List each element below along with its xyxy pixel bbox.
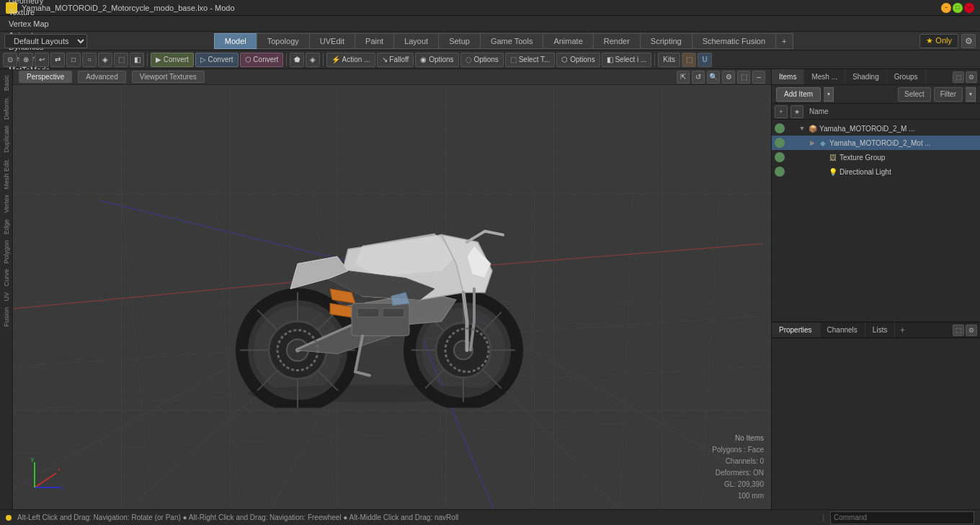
panel-tab-mesh[interactable]: Mesh ... bbox=[804, 69, 845, 84]
convert-btn-1[interactable]: ▶ ▶ ConvertConvert bbox=[151, 53, 194, 67]
star-icon-btn[interactable]: ★ bbox=[790, 105, 803, 118]
layout-tab-scripting[interactable]: Scripting bbox=[640, 33, 692, 49]
options-btn-3[interactable]: ⬡ Options bbox=[556, 53, 600, 67]
select-i-btn[interactable]: ◧ Select i ... bbox=[602, 53, 652, 67]
action-btn[interactable]: ⚡ Action ... bbox=[326, 53, 375, 67]
layout-dropdown[interactable]: Default Layouts bbox=[4, 34, 87, 48]
viewport-settings-icon[interactable]: ⚙ bbox=[722, 71, 735, 84]
viewport-refresh-icon[interactable]: ↺ bbox=[692, 71, 705, 84]
transform-icon[interactable]: ⇄ bbox=[50, 53, 65, 67]
panel-tab-shading[interactable]: Shading bbox=[845, 69, 887, 84]
visibility-btn-1[interactable] bbox=[775, 138, 785, 148]
sidebar-item-polygon[interactable]: Polygon bbox=[1, 237, 12, 267]
convert-btn-3[interactable]: ⬡ Convert bbox=[240, 53, 284, 67]
viewport-tab-advanced[interactable]: Advanced bbox=[78, 71, 125, 83]
viewport-search-icon[interactable]: 🔍 bbox=[707, 71, 720, 84]
add-tab-button[interactable]: + bbox=[775, 33, 793, 49]
layout-tab-setup[interactable]: Setup bbox=[438, 33, 480, 49]
globe-icon[interactable]: ⊕ bbox=[19, 53, 33, 67]
viewport-tab-textures[interactable]: Viewport Textures bbox=[132, 71, 205, 83]
move-icon[interactable]: ⬟ bbox=[290, 53, 304, 67]
only-button[interactable]: ★ Only bbox=[919, 34, 958, 48]
select-circle-icon[interactable]: ○ bbox=[82, 53, 97, 67]
item-row-3[interactable]: 💡 Directional Light bbox=[772, 164, 980, 179]
menu-item-vertex-map[interactable]: Vertex Map bbox=[3, 18, 55, 30]
layout-tab-topology[interactable]: Topology bbox=[257, 33, 309, 49]
selection-mode-icon[interactable]: ⊙ bbox=[3, 53, 17, 67]
sidebar-item-fusion[interactable]: Fusion bbox=[1, 304, 12, 330]
select-t-btn[interactable]: ⬚ Select T... bbox=[505, 53, 556, 67]
prop-tab-lists[interactable]: Lists bbox=[865, 322, 896, 338]
layout-tab-model[interactable]: Model bbox=[214, 33, 257, 49]
panel-tab-groups[interactable]: Groups bbox=[887, 69, 926, 84]
viewport-expand-icon[interactable]: ⬚ bbox=[737, 71, 750, 84]
falloff-btn[interactable]: ↘ Falloff bbox=[377, 53, 414, 67]
sidebar-item-uv[interactable]: UV bbox=[1, 289, 12, 304]
snap-icon[interactable]: ↩ bbox=[35, 53, 49, 67]
sidebar-item-basic[interactable]: Basic bbox=[1, 72, 12, 94]
sidebar-item-duplicate[interactable]: Duplicate bbox=[1, 123, 12, 156]
options-btn-2[interactable]: ◌ Options bbox=[460, 53, 504, 67]
sidebar-item-vertex[interactable]: Vertex bbox=[1, 192, 12, 216]
maximize-button[interactable]: □ bbox=[953, 3, 963, 13]
expand-btn-0[interactable]: ▼ bbox=[798, 124, 806, 133]
view-icon[interactable]: ⬚ bbox=[682, 53, 696, 67]
select-rect-icon[interactable]: □ bbox=[66, 53, 81, 67]
prop-settings-icon[interactable]: ⚙ bbox=[966, 325, 977, 336]
viewport[interactable]: x z y No Items Polygons : Face Channels:… bbox=[13, 85, 771, 509]
minimize-button[interactable]: − bbox=[941, 3, 951, 13]
layout-tab-game-tools[interactable]: Game Tools bbox=[480, 33, 543, 49]
add-icon-btn[interactable]: + bbox=[775, 105, 788, 118]
gear-button[interactable]: ⚙ bbox=[961, 34, 976, 48]
panel-tab-items[interactable]: Items bbox=[772, 69, 804, 84]
sidebar-item-edge[interactable]: Edge bbox=[1, 216, 12, 237]
kits-btn[interactable]: Kits bbox=[658, 53, 680, 67]
sidebar-item-mesh-edit[interactable]: Mesh Edit. bbox=[1, 156, 12, 193]
sidebar-item-curve[interactable]: Curve bbox=[1, 266, 12, 289]
viewport-maximize-icon[interactable]: ⇱ bbox=[677, 71, 690, 84]
item-row-1[interactable]: ▶ ◆ Yamaha_MOTOROiD_2_Mot ... bbox=[772, 136, 980, 150]
close-button[interactable]: × bbox=[964, 3, 974, 13]
layout-tab-animate[interactable]: Animate bbox=[543, 33, 592, 49]
viewport-close-icon[interactable]: – bbox=[752, 71, 765, 84]
expand-btn-1[interactable]: ▶ bbox=[808, 138, 816, 147]
item-row-2[interactable]: 🖼 Texture Group bbox=[772, 150, 980, 164]
prop-expand-icon[interactable]: ⬚ bbox=[953, 325, 964, 336]
layout-tab-render[interactable]: Render bbox=[593, 33, 640, 49]
panel-settings-icon[interactable]: ⚙ bbox=[966, 71, 977, 83]
viewport-tab-perspective[interactable]: Perspective bbox=[19, 71, 72, 83]
convert-btn-2[interactable]: ▷ Convert bbox=[195, 53, 239, 67]
workplane-icon[interactable]: ◈ bbox=[98, 53, 112, 67]
prop-tab-channels[interactable]: Channels bbox=[820, 322, 865, 338]
layout-tab-paint[interactable]: Paint bbox=[355, 33, 393, 49]
menu-item-geometry[interactable]: Geometry bbox=[3, 0, 55, 6]
sym-icon[interactable]: ◧ bbox=[130, 53, 144, 67]
visibility-btn-0[interactable] bbox=[775, 123, 785, 133]
unreal-icon[interactable]: U bbox=[698, 53, 712, 67]
titlebar: Yamaha_MOTOROiD_2_Motorcycle_modo_base.l… bbox=[0, 0, 980, 16]
filter-dropdown[interactable]: ▾ bbox=[966, 87, 976, 102]
prop-tab-properties[interactable]: Properties bbox=[772, 322, 820, 338]
item-mode-icon[interactable]: ⬚ bbox=[114, 53, 128, 67]
rotate-icon[interactable]: ◈ bbox=[306, 53, 320, 67]
menu-item-texture[interactable]: Texture bbox=[3, 6, 55, 18]
statusbar: Alt-Left Click and Drag: Navigation: Rot… bbox=[0, 509, 980, 525]
sidebar-item-deform[interactable]: Deform. bbox=[1, 94, 12, 123]
layout-tab-layout[interactable]: Layout bbox=[393, 33, 438, 49]
visibility-btn-2[interactable] bbox=[775, 152, 785, 162]
axis-indicator: x z y bbox=[27, 455, 67, 495]
prop-tab-add[interactable]: + bbox=[895, 322, 909, 338]
layout-tab-schematic-fusion[interactable]: Schematic Fusion bbox=[692, 33, 775, 49]
select-button[interactable]: Select bbox=[898, 87, 931, 102]
panel-expand-icon[interactable]: ⬚ bbox=[953, 71, 964, 83]
options-btn-1[interactable]: ◉ Options bbox=[415, 53, 458, 67]
layout-tab-uvedit[interactable]: UVEdit bbox=[309, 33, 355, 49]
add-item-dropdown[interactable]: ▾ bbox=[824, 87, 834, 102]
item-row-0[interactable]: ▼ 📦 Yamaha_MOTOROiD_2_M ... bbox=[772, 121, 980, 136]
expand-btn-2[interactable] bbox=[818, 153, 827, 162]
add-item-button[interactable]: Add Item bbox=[776, 87, 821, 102]
visibility-btn-3[interactable] bbox=[775, 167, 785, 177]
command-input[interactable] bbox=[830, 511, 974, 524]
expand-btn-3[interactable] bbox=[818, 167, 827, 176]
filter-button[interactable]: Filter bbox=[934, 87, 963, 102]
